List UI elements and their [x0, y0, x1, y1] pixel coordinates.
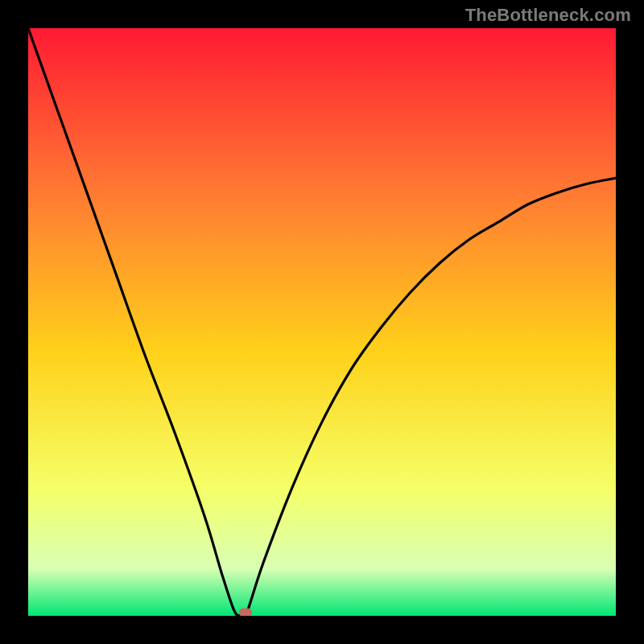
optimal-point-marker: [239, 609, 252, 616]
watermark-text: TheBottleneck.com: [465, 5, 631, 26]
bottleneck-curve: [28, 28, 616, 616]
plot-area: [28, 28, 616, 616]
chart-frame: TheBottleneck.com: [0, 0, 644, 644]
